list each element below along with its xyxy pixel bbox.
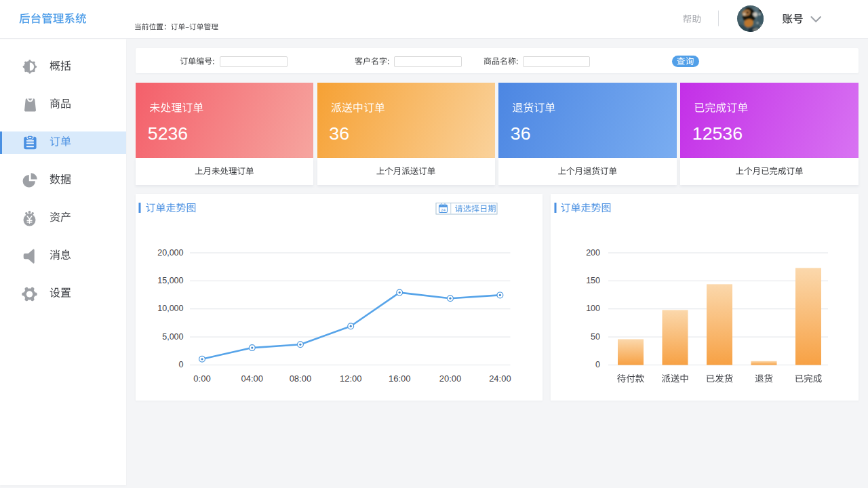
svg-text:16:00: 16:00 xyxy=(389,373,411,384)
svg-text:10,000: 10,000 xyxy=(157,304,183,313)
svg-text:150: 150 xyxy=(586,276,600,285)
svg-text:0:00: 0:00 xyxy=(193,373,210,384)
svg-text:20,000: 20,000 xyxy=(157,248,183,258)
svg-text:24:00: 24:00 xyxy=(489,373,511,384)
svg-text:36: 36 xyxy=(329,123,349,144)
svg-text:36: 36 xyxy=(511,123,531,144)
svg-text:100: 100 xyxy=(586,304,600,313)
svg-text:08:00: 08:00 xyxy=(290,373,312,384)
svg-text:20:00: 20:00 xyxy=(439,373,462,384)
svg-text:12536: 12536 xyxy=(692,123,743,144)
svg-text:50: 50 xyxy=(591,332,600,342)
svg-text:200: 200 xyxy=(586,248,600,258)
svg-text:12:00: 12:00 xyxy=(340,373,362,384)
svg-text:04:00: 04:00 xyxy=(241,373,264,384)
svg-text:15,000: 15,000 xyxy=(157,276,183,285)
svg-text:5236: 5236 xyxy=(148,123,188,144)
svg-text:0: 0 xyxy=(179,360,184,369)
svg-text:0: 0 xyxy=(595,360,600,369)
svg-text:5,000: 5,000 xyxy=(162,332,183,342)
svg-text:24: 24 xyxy=(441,207,446,212)
